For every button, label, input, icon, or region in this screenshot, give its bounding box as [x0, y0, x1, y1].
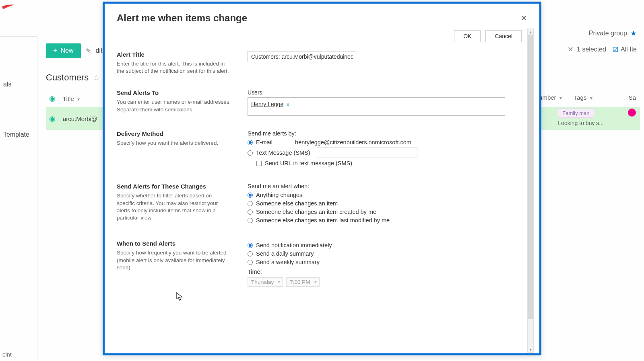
sidebar-item-template[interactable]: Template [0, 129, 33, 140]
email-value: henrylegge@citizenbuilders.onmicrosoft.c… [295, 139, 411, 146]
check-circle-filled-icon[interactable]: ◉ [49, 114, 56, 123]
delivery-subhead: Send me alerts by: [248, 130, 522, 137]
user-chip[interactable]: Henry Legge [251, 101, 283, 107]
when-daily-radio[interactable]: Send a daily summary [248, 250, 522, 257]
section-send-to: Send Alerts To You can enter user names … [117, 85, 522, 126]
new-button[interactable]: + New [46, 43, 81, 58]
delivery-sms-radio[interactable]: Text Message (SMS) [248, 148, 522, 158]
star-outline-icon[interactable]: ☆ [93, 73, 100, 82]
radio-unchecked-icon [248, 260, 253, 265]
changes-heading: Send Alerts for These Changes [117, 183, 231, 190]
group-visibility: Private group ★ [589, 29, 637, 38]
app-logo-icon [2, 3, 16, 10]
column-tags-label: Tags [574, 94, 587, 101]
chevron-down-icon: ▾ [590, 95, 592, 101]
dialog-header: Alert me when items change ✕ [105, 4, 539, 28]
view-all-items[interactable]: ☑ All Ite [613, 46, 637, 53]
change-created-radio[interactable]: Someone else changes an item created by … [248, 209, 522, 215]
change-anything-label: Anything changes [256, 192, 302, 198]
divider [37, 36, 37, 361]
remove-user-icon[interactable]: x [287, 101, 289, 107]
when-immediate-label: Send notification immediately [256, 242, 332, 248]
alert-title-input[interactable] [248, 51, 356, 62]
change-someone-label: Someone else changes an item [256, 200, 338, 207]
radio-checked-icon [248, 243, 253, 248]
radio-unchecked-icon [248, 201, 253, 206]
send-to-heading: Send Alerts To [117, 89, 231, 96]
check-circle-icon[interactable]: ◉ [49, 94, 56, 103]
column-sa-header[interactable]: Sa [629, 94, 636, 101]
divider [0, 36, 37, 37]
alert-title-desc: Enter the title for this alert. This is … [117, 60, 231, 75]
toolbar-right: ✕ 1 selected ☑ All Ite [568, 45, 637, 54]
column-title-label: Title [63, 95, 74, 102]
column-title-header[interactable]: Title ▾ [63, 95, 80, 102]
change-created-label: Someone else changes an item created by … [256, 209, 376, 215]
alert-title-heading: Alert Title [117, 51, 231, 58]
dialog-body: OK Cancel Alert Title Enter the title fo… [117, 28, 522, 353]
time-selects: Thursday 7:00 PM [248, 277, 522, 287]
chevron-down-icon: ▾ [77, 96, 80, 102]
scroll-down-icon[interactable]: ▾ [528, 347, 533, 352]
dialog-actions-top: OK Cancel [117, 30, 522, 42]
dialog-body-wrap: ▴ ▾ OK Cancel Alert Title Enter the titl… [105, 28, 539, 353]
radio-unchecked-icon [248, 218, 253, 223]
column-tags-header[interactable]: Tags ▾ [574, 94, 592, 101]
dialog-scrollbar[interactable]: ▴ ▾ [527, 29, 534, 353]
scrollbar-thumb[interactable] [528, 35, 533, 319]
close-icon[interactable]: ✕ [520, 13, 527, 23]
private-group-label: Private group [589, 30, 627, 37]
radio-checked-icon [248, 140, 253, 145]
delivery-desc: Specify how you want the alerts delivere… [117, 139, 231, 147]
email-label: E-mail [256, 139, 272, 146]
ok-button[interactable]: OK [454, 30, 481, 42]
avatar-icon [628, 109, 636, 117]
footer-text: oint [0, 350, 14, 359]
tag-pill[interactable]: Family man [558, 109, 594, 118]
tag-text: Looking to buy s... [558, 120, 604, 126]
selection-indicator[interactable]: ✕ 1 selected [568, 45, 606, 54]
changes-desc: Specify whether to filter alerts based o… [117, 192, 231, 222]
when-immediate-radio[interactable]: Send notification immediately [248, 242, 522, 248]
dialog-title: Alert me when items change [117, 12, 247, 24]
new-button-label: New [61, 47, 74, 54]
row-title-cell: arcu.Morbi@ [63, 115, 97, 122]
star-filled-icon[interactable]: ★ [630, 29, 637, 38]
scroll-up-icon[interactable]: ▴ [528, 29, 533, 35]
change-anything-radio[interactable]: Anything changes [248, 192, 522, 198]
edit-icon[interactable]: ✎ [86, 47, 91, 55]
when-weekly-radio[interactable]: Send a weekly summary [248, 259, 522, 265]
when-daily-label: Send a daily summary [256, 250, 314, 257]
radio-unchecked-icon [248, 209, 253, 215]
radio-checked-icon [248, 193, 253, 198]
hour-select[interactable]: 7:00 PM [286, 277, 319, 287]
radio-unchecked-icon [248, 251, 253, 256]
send-url-sms-checkbox[interactable]: Send URL in text message (SMS) [256, 160, 522, 166]
users-label: Users: [248, 89, 522, 96]
when-weekly-label: Send a weekly summary [256, 259, 320, 265]
delivery-email-radio[interactable]: E-mail henrylegge@citizenbuilders.onmicr… [248, 139, 522, 146]
checklist-icon: ☑ [613, 46, 618, 53]
column-number-label: umber [539, 94, 556, 101]
cancel-button[interactable]: Cancel [485, 30, 522, 42]
list-title: Customers [46, 72, 89, 83]
delivery-heading: Delivery Method [117, 130, 231, 137]
sms-label: Text Message (SMS) [256, 150, 310, 156]
users-input[interactable]: Henry Legge x [248, 97, 505, 116]
day-select[interactable]: Thursday [248, 277, 283, 287]
time-label: Time: [248, 269, 522, 275]
change-modified-radio[interactable]: Someone else changes an item last modifi… [248, 217, 522, 224]
column-number-header[interactable]: umber ▾ [539, 94, 562, 101]
change-modified-label: Someone else changes an item last modifi… [256, 217, 390, 224]
list-right-columns: umber ▾ Tags ▾ Sa [539, 94, 636, 101]
sms-number-input[interactable] [317, 148, 417, 158]
chevron-down-icon: ▾ [559, 95, 562, 101]
all-items-label: All Ite [621, 46, 637, 53]
when-heading: When to Send Alerts [117, 240, 231, 247]
section-delivery: Delivery Method Specify how you want the… [117, 126, 522, 179]
send-url-sms-label: Send URL in text message (SMS) [265, 160, 352, 166]
change-someone-radio[interactable]: Someone else changes an item [248, 200, 522, 207]
clear-selection-icon[interactable]: ✕ [568, 45, 574, 54]
sidebar-item-fragment[interactable]: als [0, 78, 14, 90]
when-desc: Specify how frequently you want to be al… [117, 249, 231, 271]
